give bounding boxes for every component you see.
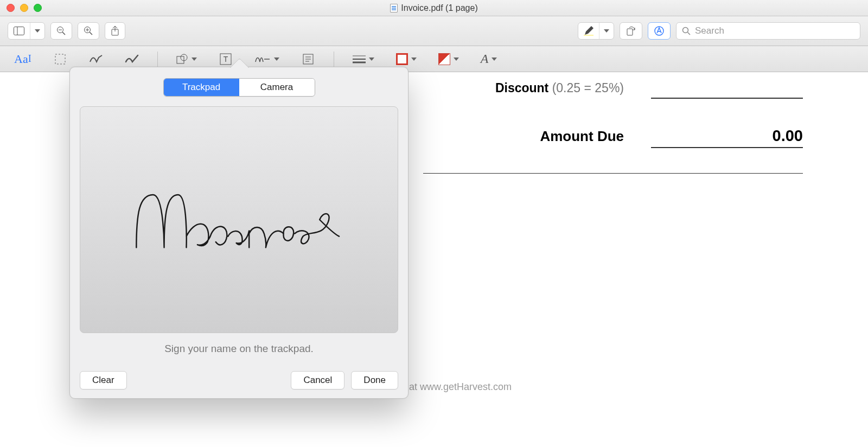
amount-due-value: 0.00 [651,127,803,148]
signature-source-segmented-control: Trackpad Camera [163,78,315,97]
chevron-down-icon [599,23,614,39]
chevron-down-icon [274,58,279,61]
pen-icon [578,23,599,39]
titlebar: Invoice.pdf (1 page) [0,0,868,16]
svg-rect-17 [177,56,184,63]
shapes-menu[interactable] [173,49,200,69]
zoom-out-icon [56,26,66,36]
document-icon [390,4,398,12]
sidebar-icon [8,23,30,39]
selection-tool[interactable] [50,49,71,69]
sketch-tool[interactable] [86,49,106,69]
svg-rect-16 [55,54,65,64]
done-button[interactable]: Done [351,371,398,389]
divider-line [423,173,803,174]
discount-label: Discount (0.25 = 25%) [495,81,624,95]
selection-icon [54,53,66,65]
main-toolbar: Search [0,16,868,46]
svg-rect-12 [627,29,633,35]
chevron-down-icon [492,58,497,61]
close-window-button[interactable] [7,4,15,12]
divider [157,52,158,67]
text-box-icon: T [220,53,232,65]
text-style-button[interactable]: AaI [11,49,35,69]
svg-line-6 [90,32,92,35]
search-field[interactable]: Search [676,22,860,40]
chevron-down-icon [369,58,374,61]
zoom-out-button[interactable] [50,22,72,40]
signature-hint: Sign your name on the trackpad. [80,343,398,355]
chevron-down-icon [30,23,44,39]
svg-point-14 [683,28,688,33]
fill-color-menu[interactable] [435,49,462,69]
chevron-down-icon [192,58,197,61]
signature-pad[interactable] [80,106,398,333]
shapes-icon [176,53,188,65]
footer-text: s at www.getHarvest.com [401,381,512,393]
maximize-window-button[interactable] [34,4,42,12]
sidebar-toggle[interactable] [8,22,45,40]
svg-line-15 [688,33,691,35]
markup-button[interactable] [648,22,671,40]
signature-icon [254,54,271,65]
font-icon: A [481,52,489,66]
fill-color-swatch [438,53,450,65]
svg-text:T: T [223,55,228,63]
line-style-icon [353,55,366,63]
note-tool[interactable] [298,49,318,69]
draw-tool[interactable] [122,49,142,69]
svg-rect-0 [14,27,24,35]
zoom-in-button[interactable] [78,22,99,40]
note-icon [303,54,314,65]
window-controls [7,4,42,12]
window-title: Invoice.pdf (1 page) [0,3,868,13]
search-placeholder: Search [695,25,724,36]
cancel-button[interactable]: Cancel [291,371,344,389]
rotate-button[interactable] [620,22,642,40]
discount-value-line [651,81,803,99]
amount-due-label: Amount Due [540,128,624,145]
search-icon [682,27,691,35]
divider [334,52,334,67]
share-icon [111,25,119,36]
trackpad-tab[interactable]: Trackpad [164,79,239,96]
signature-menu[interactable] [251,49,283,69]
signature-popover: Trackpad Camera Sign your name on the tr… [69,67,409,399]
clear-button[interactable]: Clear [80,371,127,389]
zoom-in-icon [84,26,93,36]
svg-rect-11 [584,35,593,36]
markup-icon [654,25,665,36]
highlight-menu[interactable] [578,22,614,40]
line-style-menu[interactable] [349,49,378,69]
share-button[interactable] [105,22,125,40]
sketch-icon [89,54,103,64]
signature-drawing [128,163,350,276]
chevron-down-icon [411,58,417,61]
border-color-menu[interactable] [393,49,420,69]
popover-buttons: Clear Cancel Done [80,371,398,389]
minimize-window-button[interactable] [20,4,28,12]
draw-icon [125,54,139,64]
svg-line-3 [62,32,65,35]
rotate-icon [626,26,636,36]
camera-tab[interactable]: Camera [239,79,315,96]
title-text: Invoice.pdf (1 page) [401,3,477,13]
font-style-menu[interactable]: A [477,49,501,69]
border-color-swatch [396,53,408,65]
document-viewport: Discount (0.25 = 25%) Amount Due 0.00 s … [0,72,868,447]
chevron-down-icon [454,58,459,61]
